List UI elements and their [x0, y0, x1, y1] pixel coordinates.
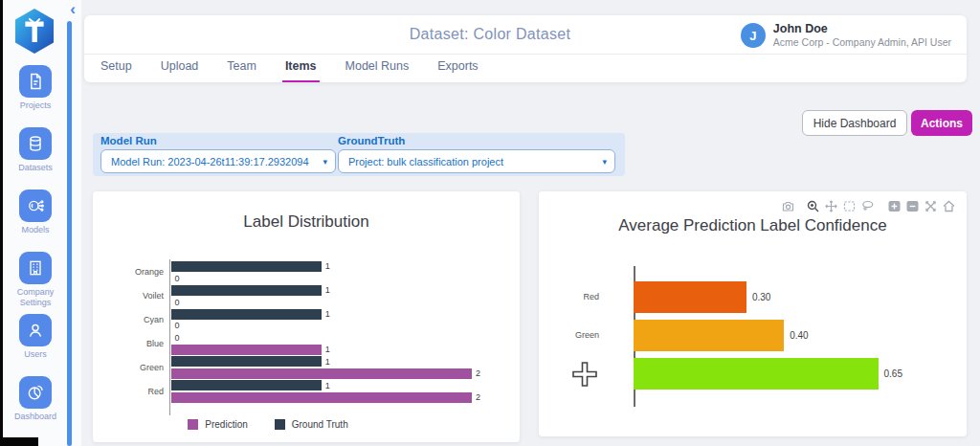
bar-value-label: 1	[325, 309, 330, 319]
sidebar-item-users[interactable]: Users	[3, 314, 68, 376]
bar-value-label: 0.65	[884, 368, 902, 379]
chart-title: Average Prediction Label Confidence	[539, 216, 967, 235]
zoom-icon[interactable]	[807, 200, 819, 212]
chart-plot-area: Red0.30Green0.400.65	[539, 266, 967, 392]
bar-ground-truth	[171, 380, 322, 390]
y-tick-label: Cyan	[93, 315, 169, 324]
bar-value-label: 0	[175, 274, 180, 283]
y-tick-label: Voilet	[93, 291, 169, 301]
bar-value-label: 1	[325, 357, 330, 367]
model-icon	[19, 190, 52, 222]
tab-bar: SetupUploadTeamItemsModel RunsExports	[98, 59, 504, 82]
bar-ground-truth	[171, 261, 322, 272]
y-tick-label: Orange	[93, 267, 169, 277]
building-icon	[19, 252, 52, 284]
pie-chart-icon	[19, 376, 52, 409]
screen-edge	[0, 0, 3, 446]
bar-value-label: 2	[476, 368, 480, 378]
zoom-in-icon[interactable]	[888, 200, 901, 212]
chart-legend[interactable]: PredictionGround Truth	[55, 419, 481, 430]
sidebar-item-label: Dashboard	[14, 412, 56, 422]
bar-value-label: 1	[325, 261, 330, 271]
bar-value-label: 1	[325, 285, 330, 295]
chart1-category-group: Voilet10	[93, 284, 520, 308]
tab-upload[interactable]: Upload	[158, 59, 202, 82]
chart1-category-group: Green12	[93, 356, 520, 380]
sidebar-item-label: Models	[21, 225, 49, 235]
database-icon	[19, 127, 52, 160]
actions-button[interactable]: Actions	[911, 110, 972, 136]
chevron-left-icon[interactable]: ‹	[70, 1, 76, 18]
model-run-label: Model Run	[100, 135, 336, 149]
chart2-row: 0.65	[539, 354, 967, 392]
user-menu[interactable]: J John Doe Acme Corp - Company Admin, AP…	[741, 22, 951, 49]
chart1-category-group: Orange10	[93, 260, 520, 284]
legend-label: Ground Truth	[292, 419, 348, 430]
bar-prediction	[171, 392, 472, 403]
bar-value-label: 0.40	[790, 330, 808, 341]
sidebar-item-label: Users	[24, 349, 47, 360]
zoom-out-icon[interactable]	[906, 200, 919, 212]
sidebar-menu: ProjectsDatasetsModelsCompany SettingsUs…	[3, 65, 68, 438]
user-icon	[19, 314, 52, 346]
autoscale-icon[interactable]	[924, 200, 937, 212]
tab-setup[interactable]: Setup	[98, 59, 135, 82]
sidebar-item-models[interactable]: Models	[3, 190, 68, 252]
y-tick-label: Blue	[93, 339, 169, 348]
sidebar-item-label: Datasets	[18, 163, 53, 173]
sidebar: ‹ ProjectsDatasetsModelsCompany Settings…	[3, 0, 81, 446]
tab-team[interactable]: Team	[224, 59, 259, 82]
lasso-icon[interactable]	[861, 200, 874, 212]
chart2-row: Red0.30	[539, 278, 967, 316]
chevron-down-icon: ▾	[323, 157, 327, 167]
chart-plot-area: Orange10Voilet10Cyan10Blue01Green12Red12	[93, 260, 520, 403]
home-icon[interactable]	[943, 200, 955, 212]
camera-icon[interactable]	[782, 200, 794, 212]
model-run-value: Model Run: 2023-04-26t11:39:17.2932094	[111, 156, 323, 167]
app-logo[interactable]	[11, 6, 58, 59]
app-window: ‹ ProjectsDatasetsModelsCompany Settings…	[0, 0, 980, 446]
bar-value-label: 0.30	[752, 292, 770, 302]
y-tick-label: Red	[93, 387, 169, 396]
bar-value-label: 1	[325, 345, 330, 354]
ground-truth-label: GroundTruth	[338, 135, 615, 149]
bar-value-label: 0	[175, 298, 180, 307]
pan-icon[interactable]	[825, 200, 837, 212]
chart1-category-group: Cyan10	[93, 308, 520, 332]
ground-truth-value: Project: bulk classification project	[348, 156, 602, 167]
legend-label: Prediction	[205, 419, 247, 430]
bar-prediction	[171, 345, 322, 355]
legend-entry-ground-truth[interactable]: Ground Truth	[275, 419, 348, 430]
screen-edge	[0, 437, 38, 446]
model-run-select[interactable]: Model Run: 2023-04-26t11:39:17.2932094 ▾	[100, 149, 336, 173]
sidebar-item-company-settings[interactable]: Company Settings	[3, 252, 68, 314]
ground-truth-select[interactable]: Project: bulk classification project ▾	[338, 149, 615, 173]
crosshair-cursor	[570, 360, 599, 392]
plotly-modebar	[782, 200, 955, 212]
user-role: Acme Corp - Company Admin, API User	[773, 36, 951, 49]
bar-prediction	[171, 368, 472, 379]
header-card: Dataset: Color Dataset J John Doe Acme C…	[84, 15, 967, 82]
chart1-category-group: Red12	[93, 379, 520, 403]
legend-swatch	[275, 419, 285, 430]
sidebar-item-datasets[interactable]: Datasets	[3, 127, 68, 190]
box-select-icon[interactable]	[843, 200, 856, 212]
avg-prediction-confidence-chart: Average Prediction Label Confidence Red0…	[539, 191, 967, 436]
legend-entry-prediction[interactable]: Prediction	[188, 419, 247, 430]
tab-exports[interactable]: Exports	[434, 59, 480, 82]
document-icon	[19, 65, 52, 98]
hide-dashboard-button[interactable]: Hide Dashboard	[802, 110, 907, 136]
tab-model-runs[interactable]: Model Runs	[343, 59, 412, 82]
confidence-bar	[634, 320, 784, 351]
bar-ground-truth	[171, 309, 322, 320]
filter-band: Model Run Model Run: 2023-04-26t11:39:17…	[93, 133, 625, 176]
sidebar-item-label: Projects	[20, 100, 52, 111]
legend-swatch	[188, 419, 198, 430]
bar-ground-truth	[171, 285, 322, 296]
bar-value-label: 0	[175, 321, 180, 330]
chart1-category-group: Blue01	[93, 332, 520, 356]
sidebar-item-projects[interactable]: Projects	[3, 65, 68, 127]
bar-ground-truth	[171, 356, 322, 367]
bar-value-label: 2	[476, 392, 480, 402]
tab-items[interactable]: Items	[282, 59, 320, 82]
